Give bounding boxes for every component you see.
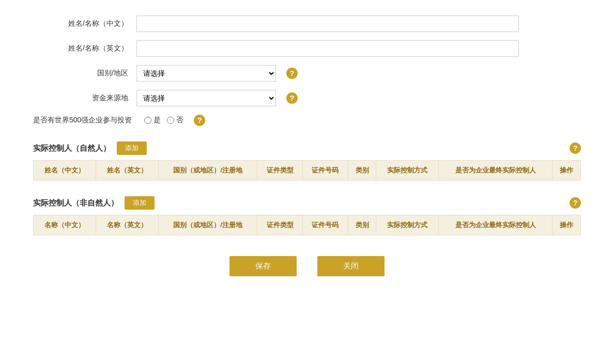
name-cn-input[interactable] — [136, 15, 519, 32]
fortune500-help-icon[interactable]: ? — [194, 115, 205, 126]
section2-col-5: 类别 — [348, 215, 376, 235]
fund-source-row: 资金来源地 请选择 ? — [33, 90, 581, 106]
section2-col-6: 实际控制方式 — [376, 215, 439, 235]
fund-source-label: 资金来源地 — [33, 93, 136, 103]
radio-yes-label: 是 — [154, 116, 161, 125]
section1-help-icon[interactable]: ? — [570, 143, 581, 154]
radio-no-label: 否 — [176, 116, 183, 125]
section2-help-icon[interactable]: ? — [570, 197, 581, 209]
close-button[interactable]: 关闭 — [317, 256, 385, 276]
name-en-label: 姓名/名称（英文） — [33, 44, 136, 53]
section1-add-button[interactable]: 添加 — [117, 141, 147, 155]
section1-col-3: 证件类型 — [257, 161, 303, 181]
section2-col-8: 操作 — [552, 215, 581, 235]
section1-col-5: 类别 — [348, 161, 376, 181]
radio-yes-item[interactable]: 是 — [144, 116, 161, 125]
section1-col-7: 是否为企业最终实际控制人 — [439, 161, 552, 181]
section1-block: 实际控制人（自然人） 添加 ? 姓名（中文） 姓名（英文） 国别（或地区）/注册… — [33, 136, 581, 181]
name-cn-row: 姓名/名称（中文） — [33, 15, 581, 32]
section2-col-3: 证件类型 — [257, 215, 303, 235]
section2-block: 实际控制人（非自然人） 添加 ? 名称（中文） 名称（英文） 国别（或地区）/注… — [33, 191, 581, 235]
radio-yes[interactable] — [144, 117, 151, 124]
section1-table-header-row: 姓名（中文） 姓名（英文） 国别（或地区）/注册地 证件类型 证件号码 类别 实… — [34, 161, 581, 181]
section2-col-4: 证件号码 — [302, 215, 348, 235]
radio-no-item[interactable]: 否 — [167, 116, 183, 125]
section2-header: 实际控制人（非自然人） 添加 ? — [33, 191, 581, 215]
section2-table-header-row: 名称（中文） 名称（英文） 国别（或地区）/注册地 证件类型 证件号码 类别 实… — [34, 215, 581, 235]
fund-source-help-icon[interactable]: ? — [286, 92, 298, 104]
section2-add-button[interactable]: 添加 — [125, 196, 155, 210]
section2-table: 名称（中文） 名称（英文） 国别（或地区）/注册地 证件类型 证件号码 类别 实… — [33, 215, 581, 235]
section1-title: 实际控制人（自然人） — [33, 144, 111, 153]
country-row: 国别/地区 请选择 ? — [33, 65, 581, 82]
radio-no[interactable] — [167, 117, 174, 124]
form-section: 姓名/名称（中文） 姓名/名称（英文） 国别/地区 请选择 ? 资金来源地 请选… — [33, 15, 581, 126]
section2-col-7: 是否为企业最终实际控制人 — [439, 215, 552, 235]
section2-col-2: 国别（或地区）/注册地 — [158, 215, 257, 235]
fortune500-row: 是否有世界500强企业参与投资 是 否 ? — [33, 115, 581, 126]
section2-title: 实际控制人（非自然人） — [33, 198, 118, 208]
section1-header: 实际控制人（自然人） 添加 ? — [33, 136, 581, 160]
name-cn-label: 姓名/名称（中文） — [33, 19, 136, 28]
section1-col-8: 操作 — [552, 161, 581, 181]
section1-col-0: 姓名（中文） — [34, 161, 96, 181]
section1-col-6: 实际控制方式 — [376, 161, 439, 181]
section1-col-2: 国别（或地区）/注册地 — [158, 161, 257, 181]
section1-col-4: 证件号码 — [302, 161, 348, 181]
name-en-input[interactable] — [136, 40, 519, 57]
section2-col-0: 名称（中文） — [34, 215, 96, 235]
country-help-icon[interactable]: ? — [286, 68, 298, 79]
name-en-row: 姓名/名称（英文） — [33, 40, 581, 57]
section1-table: 姓名（中文） 姓名（英文） 国别（或地区）/注册地 证件类型 证件号码 类别 实… — [33, 160, 581, 181]
country-label: 国别/地区 — [33, 69, 136, 78]
bottom-buttons: 保存 关闭 — [33, 256, 581, 292]
section1-col-1: 姓名（英文） — [96, 161, 158, 181]
main-container: 姓名/名称（中文） 姓名/名称（英文） 国别/地区 请选择 ? 资金来源地 请选… — [33, 15, 581, 292]
fortune500-radio-group: 是 否 — [144, 116, 183, 125]
section2-col-1: 名称（英文） — [96, 215, 158, 235]
fortune500-label: 是否有世界500强企业参与投资 — [33, 116, 144, 125]
save-button[interactable]: 保存 — [229, 256, 297, 276]
country-select[interactable]: 请选择 — [136, 65, 276, 82]
fund-source-select[interactable]: 请选择 — [136, 90, 276, 106]
